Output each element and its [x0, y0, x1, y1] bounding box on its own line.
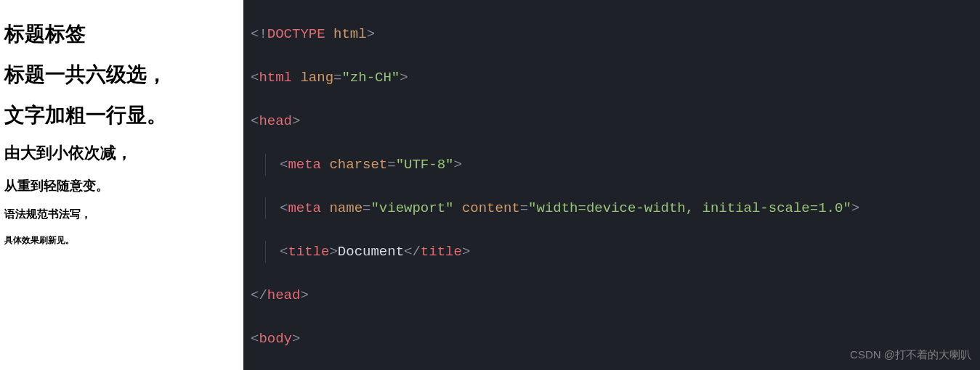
code-line[interactable]: <meta charset="UTF-8"> — [251, 154, 980, 176]
preview-h4: 语法规范书法写， — [4, 207, 239, 221]
code-line[interactable]: <html lang="zh-CH"> — [251, 67, 980, 89]
watermark-text: CSDN @打不着的大喇叭 — [850, 344, 971, 366]
preview-h1: 标题标签 — [4, 20, 239, 48]
code-editor[interactable]: <!DOCTYPE html> <html lang="zh-CH"> <hea… — [243, 0, 980, 370]
code-line[interactable]: <head> — [251, 110, 980, 132]
preview-h3: 从重到轻随意变。 — [4, 177, 239, 194]
preview-h1: 标题一共六级选， — [4, 61, 239, 89]
code-line[interactable]: <meta name="viewport" content="width=dev… — [251, 197, 980, 219]
code-line[interactable]: <title>Document</title> — [251, 241, 980, 263]
preview-h2: 由大到小依次减， — [4, 142, 239, 164]
preview-h6: 具体效果刷新见。 — [4, 234, 239, 247]
preview-h1: 文字加粗一行显。 — [4, 102, 239, 129]
code-line[interactable]: <!DOCTYPE html> — [251, 23, 980, 45]
code-line[interactable]: </head> — [251, 284, 980, 306]
browser-preview-pane: 标题标签 标题一共六级选， 文字加粗一行显。 由大到小依次减， 从重到轻随意变。… — [0, 0, 243, 370]
